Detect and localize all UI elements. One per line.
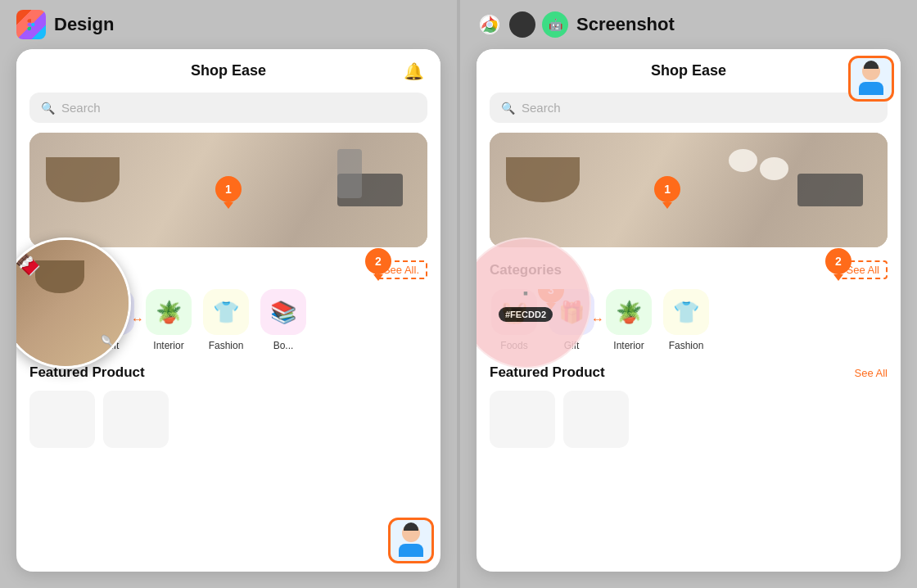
right-panel: 🤖 Screenshot 1 Shop Ease 🔔 🔍 Search	[460, 0, 917, 588]
avatar-person-left	[399, 524, 423, 557]
fashion-icon-left: 👕	[213, 300, 239, 325]
zoom-circle-left: 🍫 🥄	[16, 237, 131, 369]
product-row-right	[477, 391, 901, 448]
avatar-head-right	[862, 62, 880, 80]
product-card-1-left[interactable]	[29, 391, 95, 448]
interior-icon-left: 🪴	[156, 300, 182, 325]
square-icon: ▪	[523, 285, 528, 302]
annotation-2-right: 2	[825, 248, 852, 274]
annotation-1-left: 1	[215, 176, 242, 202]
category-books-left[interactable]: 📚 Bo...	[259, 289, 308, 351]
app-title-right: Shop Ease	[651, 62, 726, 79]
search-icon-right: 🔍	[501, 102, 515, 115]
avatar-body-right	[859, 82, 883, 95]
fashion-icon-right: 👕	[673, 300, 699, 325]
search-placeholder-right: Search	[522, 101, 561, 115]
avatar-hair-left	[404, 522, 418, 531]
books-icon-left: 📚	[270, 300, 296, 325]
arrow-icon-right: ↔	[591, 312, 604, 327]
figma-icon	[16, 10, 46, 39]
arrow-icon-left: ↔	[131, 312, 144, 327]
fashion-icon-box-right: 👕	[663, 289, 709, 335]
right-panel-header: 🤖 Screenshot	[477, 0, 901, 49]
app-title-left: Shop Ease	[191, 62, 266, 79]
featured-title-left: Featured Product	[29, 364, 145, 381]
avatar-hair-right	[864, 61, 879, 69]
interior-icon-box-left: 🪴	[146, 289, 192, 335]
apple-icon	[509, 11, 535, 38]
left-panel: Design 1 Shop Ease 🔔 🔍 Search	[0, 0, 457, 588]
category-fashion-right[interactable]: 👕 Fashion	[662, 289, 711, 351]
right-panel-title: Screenshot	[576, 14, 675, 35]
bell-icon-left[interactable]: 🔔	[404, 61, 424, 81]
interior-icon-right: 🪴	[616, 300, 642, 325]
avatar-head-left	[402, 524, 420, 542]
annotation-2-left: 2	[365, 248, 391, 274]
android-icon: 🤖	[542, 11, 568, 38]
product-row-left	[16, 391, 440, 448]
svg-point-4	[487, 22, 492, 27]
books-icon-box-left: 📚	[260, 289, 306, 335]
category-interior-left[interactable]: 🪴 Interior	[144, 289, 193, 351]
left-panel-title: Design	[54, 14, 114, 35]
interior-label-right: Interior	[613, 340, 644, 351]
chrome-icon	[477, 11, 503, 38]
category-fashion-left[interactable]: 👕 Fashion	[201, 289, 251, 351]
product-card-2-right[interactable]	[563, 391, 629, 448]
left-panel-header: Design	[16, 0, 440, 49]
featured-see-all-right[interactable]: See All	[855, 367, 888, 379]
featured-title-right: Featured Product	[490, 364, 605, 381]
avatar-bubble-top-right	[848, 56, 894, 102]
fashion-icon-box-left: 👕	[203, 289, 249, 335]
interior-icon-box-right: 🪴	[606, 289, 652, 335]
featured-header-right: Featured Product See All	[477, 364, 901, 391]
search-bar-right[interactable]: 🔍 Search	[490, 93, 888, 123]
browser-icons: 🤖	[477, 11, 568, 38]
avatar-bubble-bottom-left	[388, 518, 434, 563]
product-card-2-left[interactable]	[103, 391, 169, 448]
app-header-left: Shop Ease 🔔	[16, 49, 440, 93]
hero-image-right	[490, 133, 888, 247]
avatar-body-left	[399, 544, 423, 557]
featured-header-left: Featured Product	[16, 364, 440, 391]
right-phone: 1 Shop Ease 🔔 🔍 Search ▪ #FECDD2	[477, 49, 901, 572]
books-label-left: Bo...	[273, 340, 294, 351]
annotation-1-right: 1	[654, 176, 680, 202]
product-card-1-right[interactable]	[490, 391, 555, 448]
avatar-person-right-top	[859, 62, 883, 95]
interior-label-left: Interior	[153, 340, 183, 351]
app-header-right: Shop Ease 🔔	[477, 49, 901, 93]
search-placeholder-left: Search	[61, 101, 101, 115]
search-bar-left[interactable]: 🔍 Search	[29, 93, 427, 123]
color-label-right: #FECDD2	[499, 307, 553, 322]
category-interior-right[interactable]: 🪴 Interior	[604, 289, 653, 351]
fashion-label-left: Fashion	[209, 340, 244, 351]
fashion-label-right: Fashion	[669, 340, 704, 351]
search-icon-left: 🔍	[41, 102, 55, 115]
left-phone: 1 Shop Ease 🔔 🔍 Search 🍫 🥄	[16, 49, 440, 572]
